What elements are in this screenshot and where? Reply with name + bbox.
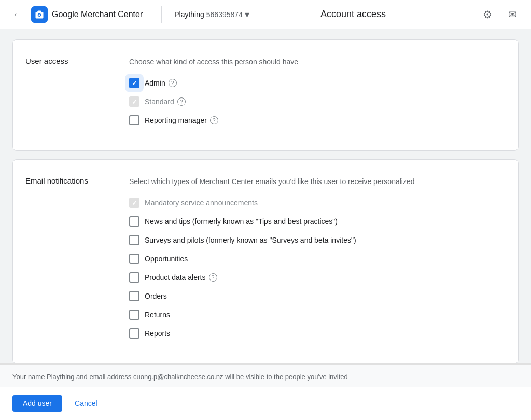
reporting-manager-label-text: Reporting manager bbox=[145, 116, 207, 124]
reporting-manager-checkbox-wrapper bbox=[129, 115, 139, 125]
product-data-alerts-label: Product data alerts ? bbox=[145, 273, 217, 282]
orders-checkbox-wrapper bbox=[129, 291, 139, 301]
header-divider-2 bbox=[262, 6, 262, 23]
email-notifications-card: Email notifications Select which types o… bbox=[12, 159, 519, 364]
app-header: ← Google Merchant Center Plaything 56639… bbox=[0, 0, 531, 29]
orders-label: Orders bbox=[145, 292, 167, 300]
product-data-alerts-checkbox-wrapper bbox=[129, 272, 139, 283]
reporting-manager-checkbox-item[interactable]: Reporting manager ? bbox=[129, 115, 506, 125]
admin-checkbox-wrapper: ✓ bbox=[129, 78, 139, 88]
check-mark-icon-2: ✓ bbox=[132, 99, 137, 105]
header-divider bbox=[161, 6, 162, 23]
reports-checkbox-wrapper bbox=[129, 328, 139, 339]
news-tips-label: News and tips (formerly known as "Tips a… bbox=[145, 217, 338, 226]
user-access-label: User access bbox=[25, 57, 129, 134]
product-data-alerts-label-text: Product data alerts bbox=[145, 273, 206, 282]
returns-checkbox[interactable] bbox=[129, 310, 139, 320]
header-actions: ⚙ ✉ bbox=[477, 4, 523, 25]
mandatory-checkbox-wrapper: ✓ bbox=[129, 198, 139, 208]
main-content: User access Choose what kind of access t… bbox=[0, 29, 531, 383]
reporting-manager-label: Reporting manager ? bbox=[145, 116, 218, 124]
mandatory-checkbox-item[interactable]: ✓ Mandatory service announcements bbox=[129, 198, 506, 208]
back-icon: ← bbox=[12, 8, 23, 20]
email-notifications-description: Select which types of Merchant Center em… bbox=[129, 176, 506, 187]
app-logo: Google Merchant Center bbox=[31, 6, 147, 23]
email-notifications-content: Select which types of Merchant Center em… bbox=[129, 176, 506, 347]
standard-checkbox-item[interactable]: ✓ Standard ? bbox=[129, 96, 506, 107]
logo-icon bbox=[31, 6, 48, 23]
user-access-card: User access Choose what kind of access t… bbox=[12, 39, 519, 151]
mandatory-label-text: Mandatory service announcements bbox=[145, 199, 258, 207]
product-data-alerts-checkbox[interactable] bbox=[129, 272, 139, 283]
standard-help-icon[interactable]: ? bbox=[177, 97, 186, 106]
email-notifications-row: Email notifications Select which types o… bbox=[13, 160, 518, 363]
reporting-manager-help-icon[interactable]: ? bbox=[210, 116, 218, 124]
product-data-alerts-checkbox-item[interactable]: Product data alerts ? bbox=[129, 272, 506, 283]
reporting-manager-checkbox[interactable] bbox=[129, 115, 139, 125]
back-button[interactable]: ← bbox=[8, 5, 27, 24]
user-access-content: Choose what kind of access this person s… bbox=[129, 57, 506, 134]
admin-label: Admin ? bbox=[145, 79, 177, 87]
app-name: Google Merchant Center bbox=[52, 10, 143, 19]
settings-button[interactable]: ⚙ bbox=[477, 4, 498, 25]
news-tips-checkbox-wrapper bbox=[129, 216, 139, 227]
mail-button[interactable]: ✉ bbox=[502, 4, 523, 25]
returns-checkbox-wrapper bbox=[129, 310, 139, 320]
reports-checkbox-item[interactable]: Reports bbox=[129, 328, 506, 339]
returns-checkbox-item[interactable]: Returns bbox=[129, 310, 506, 320]
gear-icon: ⚙ bbox=[483, 8, 492, 21]
standard-label: Standard ? bbox=[145, 97, 186, 106]
standard-label-text: Standard bbox=[145, 97, 174, 106]
check-mark-icon: ✓ bbox=[132, 80, 137, 87]
opportunities-checkbox[interactable] bbox=[129, 254, 139, 264]
product-data-alerts-help-icon[interactable]: ? bbox=[209, 273, 217, 282]
merchant-icon bbox=[34, 9, 45, 20]
surveys-pilots-checkbox[interactable] bbox=[129, 235, 139, 245]
mandatory-check-mark: ✓ bbox=[132, 200, 137, 206]
surveys-pilots-label: Surveys and pilots (formerly known as "S… bbox=[145, 236, 356, 244]
returns-label: Returns bbox=[145, 311, 170, 319]
surveys-pilots-checkbox-item[interactable]: Surveys and pilots (formerly known as "S… bbox=[129, 235, 506, 245]
opportunities-checkbox-wrapper bbox=[129, 254, 139, 264]
reports-label: Reports bbox=[145, 329, 170, 338]
admin-checkbox[interactable]: ✓ bbox=[129, 78, 139, 88]
page-title: Account access bbox=[271, 9, 436, 20]
opportunities-label: Opportunities bbox=[145, 255, 188, 263]
news-tips-checkbox-item[interactable]: News and tips (formerly known as "Tips a… bbox=[129, 216, 506, 227]
orders-checkbox[interactable] bbox=[129, 291, 139, 301]
email-notifications-label: Email notifications bbox=[25, 176, 129, 347]
news-tips-checkbox[interactable] bbox=[129, 216, 139, 227]
user-access-row: User access Choose what kind of access t… bbox=[13, 40, 518, 150]
mandatory-label: Mandatory service announcements bbox=[145, 199, 258, 207]
orders-checkbox-item[interactable]: Orders bbox=[129, 291, 506, 301]
opportunities-checkbox-item[interactable]: Opportunities bbox=[129, 254, 506, 264]
admin-label-text: Admin bbox=[145, 79, 165, 87]
footer-note: Your name Plaything and email address cu… bbox=[0, 364, 531, 383]
standard-checkbox[interactable]: ✓ bbox=[129, 96, 139, 107]
admin-checkbox-item[interactable]: ✓ Admin ? bbox=[129, 78, 506, 88]
user-access-description: Choose what kind of access this person s… bbox=[129, 57, 506, 67]
standard-checkbox-wrapper: ✓ bbox=[129, 96, 139, 107]
mail-icon: ✉ bbox=[508, 8, 517, 21]
dropdown-icon: ▾ bbox=[245, 9, 249, 20]
account-selector[interactable]: Plaything 566395874 ▾ bbox=[170, 7, 254, 22]
account-id: 566395874 bbox=[206, 10, 243, 19]
account-name: Plaything bbox=[174, 10, 204, 19]
mandatory-checkbox[interactable]: ✓ bbox=[129, 198, 139, 208]
surveys-pilots-checkbox-wrapper bbox=[129, 235, 139, 245]
reports-checkbox[interactable] bbox=[129, 328, 139, 339]
admin-help-icon[interactable]: ? bbox=[169, 79, 177, 87]
footer: Your name Plaything and email address cu… bbox=[0, 363, 531, 383]
